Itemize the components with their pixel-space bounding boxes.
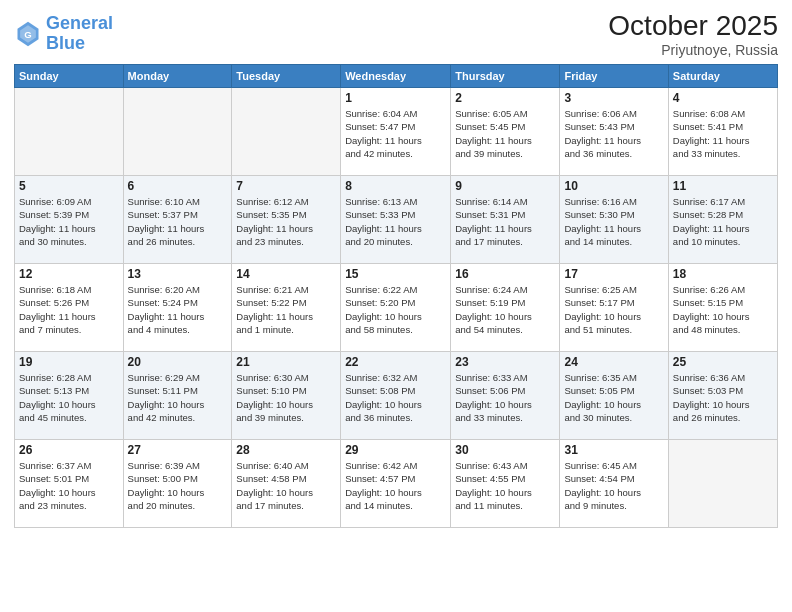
th-friday: Friday (560, 65, 668, 88)
day-info: Sunrise: 6:33 AM Sunset: 5:06 PM Dayligh… (455, 371, 555, 424)
week-row-2: 12Sunrise: 6:18 AM Sunset: 5:26 PM Dayli… (15, 264, 778, 352)
day-info: Sunrise: 6:12 AM Sunset: 5:35 PM Dayligh… (236, 195, 336, 248)
day-number: 9 (455, 179, 555, 193)
logo-icon: G (14, 20, 42, 48)
day-cell (123, 88, 232, 176)
day-number: 4 (673, 91, 773, 105)
day-cell: 18Sunrise: 6:26 AM Sunset: 5:15 PM Dayli… (668, 264, 777, 352)
logo-general: General (46, 13, 113, 33)
day-cell: 15Sunrise: 6:22 AM Sunset: 5:20 PM Dayli… (341, 264, 451, 352)
day-number: 8 (345, 179, 446, 193)
day-number: 17 (564, 267, 663, 281)
day-number: 28 (236, 443, 336, 457)
th-saturday: Saturday (668, 65, 777, 88)
day-cell: 25Sunrise: 6:36 AM Sunset: 5:03 PM Dayli… (668, 352, 777, 440)
day-cell (668, 440, 777, 528)
page: G General Blue October 2025 Priyutnoye, … (0, 0, 792, 612)
day-cell: 17Sunrise: 6:25 AM Sunset: 5:17 PM Dayli… (560, 264, 668, 352)
day-number: 21 (236, 355, 336, 369)
day-info: Sunrise: 6:04 AM Sunset: 5:47 PM Dayligh… (345, 107, 446, 160)
day-number: 13 (128, 267, 228, 281)
day-info: Sunrise: 6:28 AM Sunset: 5:13 PM Dayligh… (19, 371, 119, 424)
week-row-3: 19Sunrise: 6:28 AM Sunset: 5:13 PM Dayli… (15, 352, 778, 440)
day-cell: 2Sunrise: 6:05 AM Sunset: 5:45 PM Daylig… (451, 88, 560, 176)
day-number: 7 (236, 179, 336, 193)
day-number: 22 (345, 355, 446, 369)
day-cell: 24Sunrise: 6:35 AM Sunset: 5:05 PM Dayli… (560, 352, 668, 440)
day-info: Sunrise: 6:14 AM Sunset: 5:31 PM Dayligh… (455, 195, 555, 248)
day-number: 24 (564, 355, 663, 369)
day-info: Sunrise: 6:37 AM Sunset: 5:01 PM Dayligh… (19, 459, 119, 512)
day-cell: 13Sunrise: 6:20 AM Sunset: 5:24 PM Dayli… (123, 264, 232, 352)
day-cell: 31Sunrise: 6:45 AM Sunset: 4:54 PM Dayli… (560, 440, 668, 528)
day-info: Sunrise: 6:36 AM Sunset: 5:03 PM Dayligh… (673, 371, 773, 424)
logo-text: General Blue (46, 14, 113, 54)
day-info: Sunrise: 6:10 AM Sunset: 5:37 PM Dayligh… (128, 195, 228, 248)
day-info: Sunrise: 6:09 AM Sunset: 5:39 PM Dayligh… (19, 195, 119, 248)
day-number: 30 (455, 443, 555, 457)
month-title: October 2025 (608, 10, 778, 42)
day-cell: 14Sunrise: 6:21 AM Sunset: 5:22 PM Dayli… (232, 264, 341, 352)
day-number: 29 (345, 443, 446, 457)
location: Priyutnoye, Russia (608, 42, 778, 58)
day-cell: 16Sunrise: 6:24 AM Sunset: 5:19 PM Dayli… (451, 264, 560, 352)
day-number: 11 (673, 179, 773, 193)
th-monday: Monday (123, 65, 232, 88)
header: G General Blue October 2025 Priyutnoye, … (14, 10, 778, 58)
day-cell: 26Sunrise: 6:37 AM Sunset: 5:01 PM Dayli… (15, 440, 124, 528)
day-number: 26 (19, 443, 119, 457)
day-info: Sunrise: 6:45 AM Sunset: 4:54 PM Dayligh… (564, 459, 663, 512)
day-number: 1 (345, 91, 446, 105)
logo: G General Blue (14, 14, 113, 54)
day-cell: 28Sunrise: 6:40 AM Sunset: 4:58 PM Dayli… (232, 440, 341, 528)
week-row-0: 1Sunrise: 6:04 AM Sunset: 5:47 PM Daylig… (15, 88, 778, 176)
day-cell: 23Sunrise: 6:33 AM Sunset: 5:06 PM Dayli… (451, 352, 560, 440)
day-info: Sunrise: 6:08 AM Sunset: 5:41 PM Dayligh… (673, 107, 773, 160)
th-sunday: Sunday (15, 65, 124, 88)
day-info: Sunrise: 6:43 AM Sunset: 4:55 PM Dayligh… (455, 459, 555, 512)
day-cell: 6Sunrise: 6:10 AM Sunset: 5:37 PM Daylig… (123, 176, 232, 264)
day-cell (232, 88, 341, 176)
day-info: Sunrise: 6:18 AM Sunset: 5:26 PM Dayligh… (19, 283, 119, 336)
day-cell: 4Sunrise: 6:08 AM Sunset: 5:41 PM Daylig… (668, 88, 777, 176)
day-info: Sunrise: 6:42 AM Sunset: 4:57 PM Dayligh… (345, 459, 446, 512)
day-info: Sunrise: 6:05 AM Sunset: 5:45 PM Dayligh… (455, 107, 555, 160)
day-info: Sunrise: 6:06 AM Sunset: 5:43 PM Dayligh… (564, 107, 663, 160)
day-info: Sunrise: 6:35 AM Sunset: 5:05 PM Dayligh… (564, 371, 663, 424)
day-cell: 10Sunrise: 6:16 AM Sunset: 5:30 PM Dayli… (560, 176, 668, 264)
day-number: 2 (455, 91, 555, 105)
day-number: 16 (455, 267, 555, 281)
day-info: Sunrise: 6:29 AM Sunset: 5:11 PM Dayligh… (128, 371, 228, 424)
day-info: Sunrise: 6:21 AM Sunset: 5:22 PM Dayligh… (236, 283, 336, 336)
day-info: Sunrise: 6:25 AM Sunset: 5:17 PM Dayligh… (564, 283, 663, 336)
day-number: 31 (564, 443, 663, 457)
day-info: Sunrise: 6:20 AM Sunset: 5:24 PM Dayligh… (128, 283, 228, 336)
day-cell: 19Sunrise: 6:28 AM Sunset: 5:13 PM Dayli… (15, 352, 124, 440)
day-cell (15, 88, 124, 176)
day-cell: 8Sunrise: 6:13 AM Sunset: 5:33 PM Daylig… (341, 176, 451, 264)
day-cell: 3Sunrise: 6:06 AM Sunset: 5:43 PM Daylig… (560, 88, 668, 176)
logo-blue: Blue (46, 33, 85, 53)
day-cell: 29Sunrise: 6:42 AM Sunset: 4:57 PM Dayli… (341, 440, 451, 528)
day-info: Sunrise: 6:24 AM Sunset: 5:19 PM Dayligh… (455, 283, 555, 336)
day-number: 10 (564, 179, 663, 193)
th-tuesday: Tuesday (232, 65, 341, 88)
th-wednesday: Wednesday (341, 65, 451, 88)
day-number: 5 (19, 179, 119, 193)
day-info: Sunrise: 6:16 AM Sunset: 5:30 PM Dayligh… (564, 195, 663, 248)
day-cell: 9Sunrise: 6:14 AM Sunset: 5:31 PM Daylig… (451, 176, 560, 264)
day-cell: 22Sunrise: 6:32 AM Sunset: 5:08 PM Dayli… (341, 352, 451, 440)
day-number: 12 (19, 267, 119, 281)
day-number: 14 (236, 267, 336, 281)
day-cell: 30Sunrise: 6:43 AM Sunset: 4:55 PM Dayli… (451, 440, 560, 528)
day-number: 25 (673, 355, 773, 369)
day-info: Sunrise: 6:22 AM Sunset: 5:20 PM Dayligh… (345, 283, 446, 336)
day-info: Sunrise: 6:30 AM Sunset: 5:10 PM Dayligh… (236, 371, 336, 424)
day-cell: 20Sunrise: 6:29 AM Sunset: 5:11 PM Dayli… (123, 352, 232, 440)
day-number: 15 (345, 267, 446, 281)
day-cell: 5Sunrise: 6:09 AM Sunset: 5:39 PM Daylig… (15, 176, 124, 264)
title-block: October 2025 Priyutnoye, Russia (608, 10, 778, 58)
th-thursday: Thursday (451, 65, 560, 88)
week-row-4: 26Sunrise: 6:37 AM Sunset: 5:01 PM Dayli… (15, 440, 778, 528)
day-cell: 1Sunrise: 6:04 AM Sunset: 5:47 PM Daylig… (341, 88, 451, 176)
